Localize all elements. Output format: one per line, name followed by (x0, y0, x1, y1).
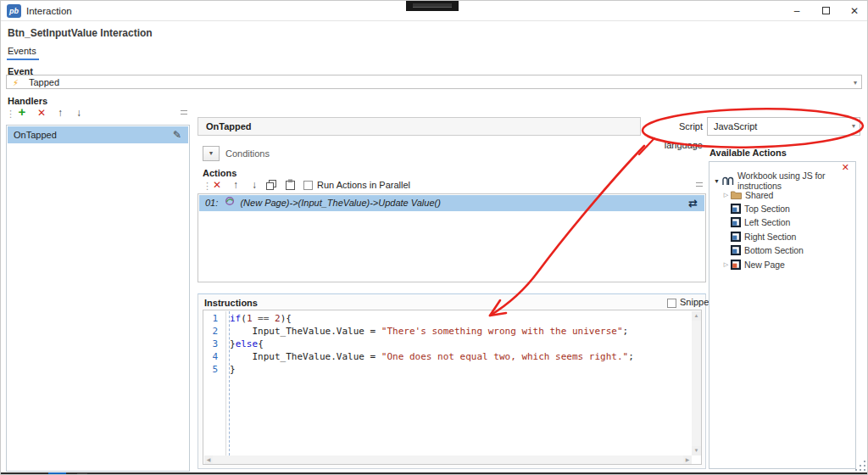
scroll-left-icon[interactable]: ◀ (204, 455, 213, 464)
minimize-button[interactable]: – (782, 1, 811, 21)
line-number: 5 (204, 363, 223, 376)
code-text: Input_TheValue.Value = "One does not equ… (223, 350, 634, 363)
maximize-icon (822, 7, 830, 14)
script-language-label: Script language (638, 117, 703, 136)
folder-icon (731, 190, 742, 199)
paste-icon[interactable] (285, 179, 296, 193)
code-text: }else{ (223, 338, 264, 350)
action-up-button[interactable]: ↑ (229, 179, 242, 191)
snippets-checkbox[interactable] (667, 299, 676, 308)
delete-action-button[interactable]: ✕ (210, 179, 224, 191)
expander-icon[interactable]: ▷ (721, 192, 731, 198)
available-actions-label: Available Actions (709, 148, 787, 158)
code-line[interactable]: 2 Input_TheValue.Value = "There's someth… (204, 325, 634, 338)
move-down-button[interactable]: ↓ (72, 107, 86, 119)
script-language-value: JavaScript (714, 121, 757, 131)
code-text: Input_TheValue.Value = "There's somethin… (223, 325, 628, 338)
instructions-label: Instructions (204, 298, 258, 308)
handler-detail-header: OnTapped (198, 117, 641, 136)
actions-list: 01: (New Page)->(Input_TheValue)->Update… (198, 193, 706, 282)
section-icon (731, 232, 741, 242)
page-icon (731, 260, 741, 270)
maximize-button[interactable] (811, 1, 840, 21)
action-index: 01: (199, 198, 218, 208)
edit-icon[interactable]: ✎ (173, 126, 181, 143)
code-line[interactable]: 3}else{ (204, 338, 634, 350)
vertical-scrollbar[interactable]: ▲ ▼ (692, 311, 701, 455)
available-actions-tree: ▼Workbook using JS for instructions▷Shar… (709, 174, 855, 271)
workbook-icon (721, 176, 734, 186)
section-icon (731, 245, 741, 255)
action-text: (New Page)->(Input_TheValue)->Update Val… (240, 198, 440, 208)
tree-item-top-section[interactable]: Top Section (709, 202, 855, 215)
action-type-icon (225, 195, 235, 211)
annotation-ellipse-tail (639, 138, 654, 154)
tree-item-bottom-section[interactable]: Bottom Section (709, 243, 855, 257)
section-icon (731, 217, 741, 227)
close-button[interactable]: ✕ (840, 1, 868, 21)
code-line[interactable]: 4 Input_TheValue.Value = "One does not e… (204, 350, 634, 363)
line-number: 3 (204, 338, 223, 350)
chevron-down-icon: ▾ (852, 118, 855, 135)
script-language-dropdown[interactable]: JavaScript ▾ (707, 117, 860, 136)
tree-item-label: Workbook using JS for instructions (737, 170, 855, 191)
tree-item-workbook-using-js-for-instructions[interactable]: ▼Workbook using JS for instructions (709, 174, 855, 187)
tree-item-label: Left Section (744, 217, 790, 227)
code-area[interactable]: 1if(1 == 2){2 Input_TheValue.Value = "Th… (204, 312, 634, 376)
swap-icon[interactable]: ⇄ (688, 195, 698, 211)
horizontal-scrollbar[interactable]: ◀ ▶ (204, 455, 692, 464)
conditions-expand-button[interactable]: ▼ (203, 146, 220, 161)
conditions-label: Conditions (225, 146, 270, 161)
chevron-down-icon: ▾ (854, 75, 857, 88)
parallel-checkbox-label: Run Actions in Parallel (317, 178, 410, 192)
code-editor[interactable]: 1if(1 == 2){2 Input_TheValue.Value = "Th… (203, 310, 702, 465)
window-title: Interaction (26, 1, 72, 21)
tree-item-right-section[interactable]: Right Section (709, 230, 855, 243)
handlers-list: OnTapped ✎ (6, 125, 190, 472)
line-number: 1 (204, 312, 223, 325)
tab-underline (7, 59, 39, 60)
scroll-down-icon[interactable]: ▼ (692, 446, 701, 455)
app-logo-icon: pb (7, 4, 21, 18)
code-line[interactable]: 1if(1 == 2){ (204, 312, 634, 325)
scroll-up-icon[interactable]: ▲ (692, 311, 701, 321)
code-text: } (223, 363, 236, 376)
line-number: 4 (204, 350, 223, 363)
lightning-icon: ⚡ (13, 76, 19, 89)
parallel-checkbox[interactable] (303, 181, 313, 190)
available-actions-panel: ✕ ▼Workbook using JS for instructions▷Sh… (709, 161, 856, 469)
screen-artifact-overlay (406, 1, 459, 11)
event-dropdown[interactable]: ⚡ Tapped ▾ (6, 75, 862, 89)
move-up-button[interactable]: ↑ (53, 107, 67, 119)
handler-row-ontapped[interactable]: OnTapped ✎ (8, 126, 188, 143)
add-handler-button[interactable]: + (14, 104, 30, 119)
overflow-grip-icon (696, 182, 703, 187)
tree-item-label: Bottom Section (744, 245, 804, 255)
tree-item-left-section[interactable]: Left Section (709, 215, 855, 229)
actions-label: Actions (203, 168, 236, 178)
action-down-button[interactable]: ↓ (248, 179, 261, 191)
tree-item-label: Right Section (744, 232, 796, 242)
section-icon (731, 204, 741, 214)
tab-events[interactable]: Events (8, 46, 36, 56)
tree-item-label: Top Section (744, 204, 790, 214)
scroll-right-icon[interactable]: ▶ (683, 455, 692, 464)
code-text: if(1 == 2){ (223, 312, 292, 325)
copy-icon[interactable] (266, 180, 277, 193)
delete-handler-button[interactable]: ✕ (35, 107, 48, 119)
tree-item-label: New Page (744, 260, 785, 270)
expander-icon[interactable]: ▷ (721, 261, 731, 268)
resize-grip[interactable] (855, 461, 867, 472)
overflow-grip-icon (181, 110, 187, 115)
line-number: 2 (204, 325, 223, 338)
expander-icon[interactable]: ▼ (712, 178, 721, 184)
tree-item-new-page[interactable]: ▷New Page (709, 257, 855, 271)
code-line[interactable]: 5} (204, 363, 634, 376)
page-title: Btn_SetInputValue Interaction (8, 27, 153, 39)
tree-item-label: Shared (745, 190, 773, 200)
handler-name: OnTapped (14, 130, 57, 140)
event-value: Tapped (29, 76, 59, 89)
action-row[interactable]: 01: (New Page)->(Input_TheValue)->Update… (199, 195, 704, 211)
